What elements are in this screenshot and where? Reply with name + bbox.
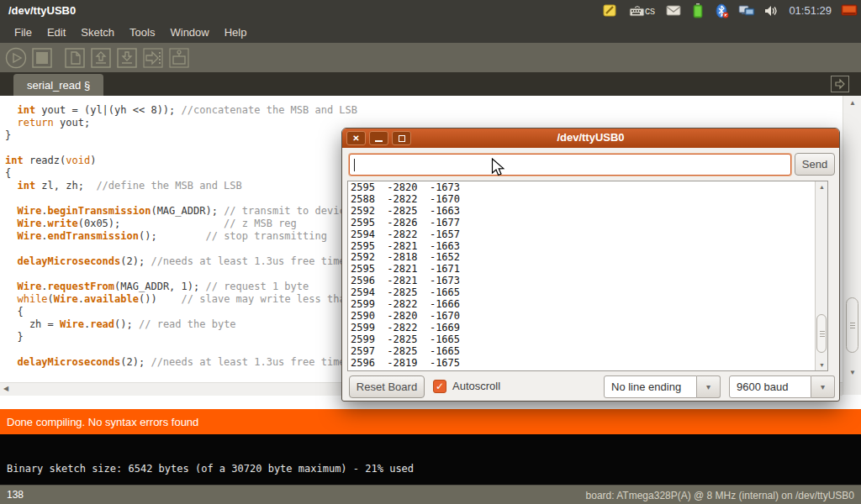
cursor-line-number: 138 <box>7 489 24 501</box>
serial-output-line: 2599 -2822 -1666 <box>351 299 460 311</box>
serial-output-line: 2592 -2825 -1663 <box>351 206 460 218</box>
menu-item-tools[interactable]: Tools <box>122 23 162 42</box>
serial-output: 2595 -2820 -16732588 -2822 -16702592 -28… <box>351 182 460 370</box>
serial-scrollbar[interactable]: ▲ ▼ <box>815 181 827 370</box>
menu-item-file[interactable]: File <box>7 23 40 42</box>
code-line: { <box>5 167 357 180</box>
bluetooth-off-icon[interactable] <box>714 3 731 18</box>
dropdown-arrow-glyph: ▾ <box>821 382 825 391</box>
new-sketch-icon[interactable] <box>64 47 86 69</box>
serial-scrollbar-thumb[interactable] <box>816 314 827 353</box>
code-line: } <box>5 331 357 344</box>
scroll-up-icon[interactable]: ▲ <box>816 184 828 190</box>
code-line: int zl, zh; //define the MSB and LSB <box>5 180 357 192</box>
keyboard-layout-icon[interactable]: cs <box>626 3 658 18</box>
serial-output-line: 2599 -2822 -1669 <box>351 323 460 334</box>
code-line: delayMicroseconds(2); //needs at least 1… <box>5 356 357 369</box>
battery-icon[interactable] <box>689 3 706 18</box>
serial-output-line: 2596 -2819 -1675 <box>351 358 460 370</box>
notes-icon[interactable] <box>601 3 618 18</box>
editor-vertical-scrollbar[interactable]: ▲ ▼ <box>843 96 861 395</box>
code-line: Wire.write(0x05); // z MSB reg <box>5 218 357 230</box>
dropdown-arrow-glyph: ▾ <box>706 382 710 391</box>
build-console: Binary sketch size: 6542 bytes (of a 307… <box>0 434 861 485</box>
console-output: Binary sketch size: 6542 bytes (of a 307… <box>7 463 414 475</box>
serial-output-line: 2590 -2820 -1670 <box>351 311 460 323</box>
serial-output-line: 2592 -2818 -1652 <box>351 252 460 264</box>
scroll-left-icon[interactable]: ◀ <box>3 385 8 392</box>
compile-status-message: Done compiling. No syntax errors found <box>7 416 198 428</box>
autoscroll-label: Autoscroll <box>452 380 500 392</box>
mail-icon[interactable] <box>665 3 682 18</box>
editor-scrollbar-thumb[interactable] <box>846 297 858 353</box>
serial-input[interactable] <box>349 154 791 176</box>
tab-serial-read[interactable]: serial_read § <box>13 74 103 96</box>
top-panel: /dev/ttyUSB0 cs 01:51:29 <box>0 0 861 21</box>
serial-output-line: 2595 -2820 -1673 <box>351 182 460 194</box>
status-bar: 138 board: ATmega328P(A) @ 8 MHz (intern… <box>0 485 861 504</box>
line-ending-dropdown[interactable]: No line ending ▾ <box>604 375 721 398</box>
code-line: int yout = (yl|(yh << 8)); //concatenate… <box>5 104 357 117</box>
text-caret <box>354 159 355 171</box>
autoscroll-checkbox[interactable]: ✓ <box>433 380 446 393</box>
active-window-title: /dev/ttyUSB0 <box>0 4 76 17</box>
code-line: Wire.requestFrom(MAG_ADDR, 1); // reques… <box>5 281 357 293</box>
code-line: int readz(void) <box>5 155 357 167</box>
clock[interactable]: 01:51:29 <box>787 4 833 17</box>
stop-icon[interactable] <box>31 47 53 69</box>
code-line: Wire.endTransmission(); // stop transmit… <box>5 230 357 243</box>
save-sketch-icon[interactable] <box>116 47 138 69</box>
toolbar <box>0 43 861 72</box>
code-line <box>5 142 357 155</box>
code-line: Wire.beginTransmission(MAG_ADDR); // tra… <box>5 205 357 218</box>
serial-output-line: 2594 -2822 -1657 <box>351 229 460 241</box>
network-icon[interactable] <box>738 3 755 18</box>
menu-item-window[interactable]: Window <box>162 23 216 42</box>
scroll-down-icon[interactable]: ▼ <box>843 369 861 376</box>
menu-item-edit[interactable]: Edit <box>40 23 73 42</box>
serial-output-line: 2599 -2825 -1665 <box>351 334 460 346</box>
serial-send-row: Send <box>342 153 839 176</box>
code-line: { <box>5 306 357 318</box>
scroll-down-icon[interactable]: ▼ <box>816 362 828 368</box>
serial-controls: Reset Board ✓ Autoscroll No line ending … <box>342 375 839 399</box>
tab-menu-button[interactable] <box>831 76 849 92</box>
reset-board-button[interactable]: Reset Board <box>349 375 425 398</box>
upload-icon[interactable] <box>142 47 164 69</box>
baud-rate-dropdown[interactable]: 9600 baud ▾ <box>729 375 835 398</box>
serial-output-line: 2595 -2826 -1677 <box>351 218 460 229</box>
menu-item-sketch[interactable]: Sketch <box>73 23 122 42</box>
chevron-down-icon[interactable]: ▾ <box>697 375 721 398</box>
chevron-down-icon[interactable]: ▾ <box>811 375 835 398</box>
code-line <box>5 344 357 356</box>
code-line: } <box>5 129 357 142</box>
tab-bar: serial_read § <box>0 72 861 96</box>
open-sketch-icon[interactable] <box>90 47 112 69</box>
serial-window-titlebar[interactable]: ✕ /dev/ttyUSB0 <box>342 129 839 148</box>
send-button[interactable]: Send <box>795 153 835 176</box>
compile-status-bar: Done compiling. No syntax errors found <box>0 409 861 434</box>
verify-icon[interactable] <box>5 47 27 69</box>
keyboard-layout-label: cs <box>645 5 655 17</box>
baud-rate-value[interactable]: 9600 baud <box>729 375 811 398</box>
line-ending-value[interactable]: No line ending <box>604 375 697 398</box>
menu-item-help[interactable]: Help <box>217 23 255 42</box>
session-icon[interactable] <box>841 3 858 18</box>
volume-icon[interactable] <box>763 3 779 18</box>
mouse-cursor <box>491 158 506 181</box>
serial-output-area[interactable]: 2595 -2820 -16732588 -2822 -16702592 -28… <box>347 181 828 371</box>
send-label: Send <box>802 158 827 171</box>
code-line <box>5 243 357 255</box>
system-tray: cs 01:51:29 <box>601 0 858 21</box>
code-line <box>5 192 357 205</box>
menu-bar: FileEditSketchToolsWindowHelp <box>0 21 861 43</box>
serial-output-line: 2595 -2821 -1663 <box>351 241 460 253</box>
code-line: return yout; <box>5 117 357 129</box>
scroll-up-icon[interactable]: ▲ <box>843 99 861 107</box>
code-line: zh = Wire.read(); // read the byte <box>5 318 357 331</box>
serial-output-line: 2596 -2821 -1673 <box>351 276 460 287</box>
checkmark-icon: ✓ <box>436 381 444 392</box>
serial-monitor-icon[interactable] <box>168 47 190 69</box>
code-area[interactable]: int yout = (yl|(yh << 8)); //concatenate… <box>5 104 357 369</box>
serial-output-line: 2588 -2822 -1670 <box>351 194 460 206</box>
